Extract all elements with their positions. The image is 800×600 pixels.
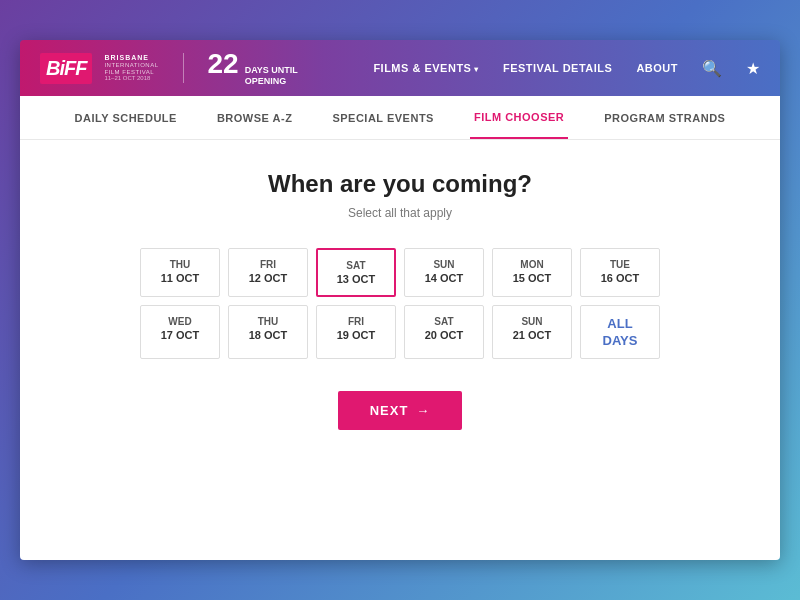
date-thu-11[interactable]: THU 11 OCT (140, 248, 220, 297)
nav-special-events[interactable]: SPECIAL EVENTS (328, 96, 438, 139)
logo-org-name: BRISBANE (104, 54, 158, 62)
countdown: 22 DAYS UNTIL OPENING (208, 50, 298, 87)
biff-logo[interactable]: BiFF (40, 53, 92, 84)
next-button-label: NEXT (370, 403, 409, 418)
next-arrow-icon: → (416, 403, 430, 418)
chevron-down-icon: ▾ (474, 65, 479, 74)
page-title: When are you coming? (268, 170, 532, 198)
logo-divider (183, 53, 184, 83)
date-wed-17[interactable]: WED 17 OCT (140, 305, 220, 359)
countdown-number: 22 (208, 50, 239, 78)
logo-film-festival: FILM FESTIVAL (104, 69, 158, 76)
date-sat-20[interactable]: SAT 20 OCT (404, 305, 484, 359)
logo-subtitle: BRISBANE INTERNATIONAL FILM FESTIVAL 11–… (104, 54, 158, 81)
date-grid-row1: THU 11 OCT FRI 12 OCT SAT 13 OCT SUN 14 … (140, 248, 660, 359)
date-mon-15[interactable]: MON 15 OCT (492, 248, 572, 297)
date-all-days[interactable]: ALL DAYS (580, 305, 660, 359)
nav-about[interactable]: ABOUT (636, 62, 678, 74)
date-tue-16[interactable]: TUE 16 OCT (580, 248, 660, 297)
date-sun-21[interactable]: SUN 21 OCT (492, 305, 572, 359)
secondary-navigation: DAILY SCHEDULE BROWSE A-Z SPECIAL EVENTS… (20, 96, 780, 140)
date-sat-13[interactable]: SAT 13 OCT (316, 248, 396, 297)
nav-film-chooser[interactable]: FILM CHOOSER (470, 96, 568, 139)
nav-right: FILMS & EVENTS ▾ FESTIVAL DETAILS ABOUT … (373, 59, 760, 78)
nav-films-events[interactable]: FILMS & EVENTS ▾ (373, 62, 479, 74)
top-navigation: BiFF BRISBANE INTERNATIONAL FILM FESTIVA… (20, 40, 780, 96)
main-content: When are you coming? Select all that app… (20, 140, 780, 560)
nav-festival-details[interactable]: FESTIVAL DETAILS (503, 62, 612, 74)
date-thu-18[interactable]: THU 18 OCT (228, 305, 308, 359)
countdown-label-line1: DAYS UNTIL (245, 65, 298, 76)
logo-area: BiFF BRISBANE INTERNATIONAL FILM FESTIVA… (40, 50, 298, 87)
biff-logo-text: BiFF (46, 57, 86, 79)
date-fri-12[interactable]: FRI 12 OCT (228, 248, 308, 297)
app-container: BiFF BRISBANE INTERNATIONAL FILM FESTIVA… (20, 40, 780, 560)
countdown-label-line2: OPENING (245, 76, 298, 87)
date-fri-19[interactable]: FRI 19 OCT (316, 305, 396, 359)
page-subtitle: Select all that apply (348, 206, 452, 220)
countdown-label: DAYS UNTIL OPENING (245, 65, 298, 87)
logo-subtitle-text: INTERNATIONAL (104, 62, 158, 69)
search-icon[interactable]: 🔍 (702, 59, 722, 78)
nav-program-strands[interactable]: PROGRAM STRANDS (600, 96, 729, 139)
nav-daily-schedule[interactable]: DAILY SCHEDULE (71, 96, 181, 139)
favorites-icon[interactable]: ★ (746, 59, 760, 78)
date-sun-14[interactable]: SUN 14 OCT (404, 248, 484, 297)
nav-browse-az[interactable]: BROWSE A-Z (213, 96, 296, 139)
logo-dates: 11–21 OCT 2018 (104, 75, 158, 82)
next-button[interactable]: NEXT → (338, 391, 463, 430)
